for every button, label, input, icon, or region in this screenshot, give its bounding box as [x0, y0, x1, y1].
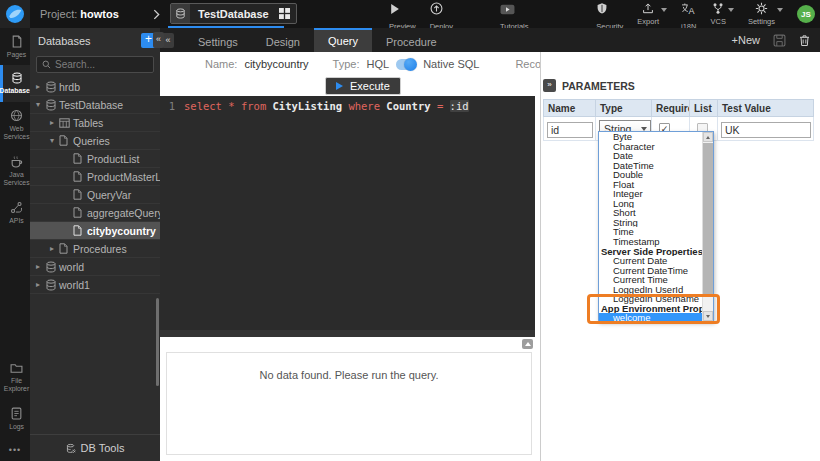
sidebar-item-label: APIs: [9, 217, 23, 225]
search-icon: [42, 60, 51, 69]
chevron-down-icon: [728, 8, 734, 12]
tree-item-queries[interactable]: ▾Queries: [30, 132, 160, 150]
dropdown-option-byte[interactable]: Byte: [599, 132, 702, 142]
dropdown-option-string[interactable]: String: [599, 218, 702, 228]
tab-query[interactable]: Query: [314, 28, 372, 52]
tree-item-productlist[interactable]: ProductList: [30, 150, 160, 168]
save-icon[interactable]: [773, 34, 786, 47]
editor-hscrollbar[interactable]: [160, 330, 535, 337]
export-icon: [642, 2, 654, 15]
database-icon: [45, 99, 58, 111]
dropdown-option-datetime[interactable]: DateTime: [599, 161, 702, 171]
sidebar-item-label: Logs: [9, 423, 24, 431]
dropdown-option-current-datetime[interactable]: Current DateTime: [599, 266, 702, 276]
tree-item-tables[interactable]: ▸Tables: [30, 114, 160, 132]
dropdown-option-date[interactable]: Date: [599, 151, 702, 161]
tree-item-procedures[interactable]: ▸Procedures: [30, 240, 160, 258]
sql-token: :id: [450, 100, 469, 112]
sidebar-item-databases[interactable]: Databases: [0, 65, 30, 101]
dropdown-option-current-time[interactable]: Current Time: [599, 275, 702, 285]
sidebar-item-pages[interactable]: Pages: [0, 28, 30, 65]
dropdown-option-double[interactable]: Double: [599, 170, 702, 180]
search-input[interactable]: [55, 59, 148, 70]
chevron-collapsed-icon[interactable]: ▸: [36, 82, 45, 91]
tree-item-world1[interactable]: ▸world1: [30, 276, 160, 294]
tree-item-world[interactable]: ▸world: [30, 258, 160, 276]
coffee-icon: [10, 155, 23, 168]
dropdown-option-current-date[interactable]: Current Date: [599, 256, 702, 266]
db-tools-icon: [66, 443, 76, 454]
dropdown-option-loggedin-userid[interactable]: LoggedIn UserId: [599, 285, 702, 295]
test-value-input[interactable]: [721, 122, 811, 138]
chevron-collapsed-icon[interactable]: ▸: [50, 118, 59, 127]
tabbar: « SettingsDesignQueryProcedure +New: [160, 28, 820, 52]
chevron-collapsed-icon[interactable]: ▸: [36, 280, 45, 289]
sidebar-item-label: File Explorer: [3, 377, 30, 394]
expand-parameters-button[interactable]: »: [543, 79, 556, 92]
scrollbar-thumb[interactable]: [703, 143, 713, 295]
execute-button[interactable]: Execute: [325, 77, 401, 95]
file-icon: [73, 225, 86, 236]
tree-item-productmasterlist[interactable]: ProductMasterList: [30, 168, 160, 186]
tree-item-hrdb[interactable]: ▸hrdb: [30, 78, 160, 96]
collapse-panel-button[interactable]: «: [153, 32, 164, 48]
chevron-collapsed-icon[interactable]: ▸: [50, 244, 59, 253]
sidebar-item-apis[interactable]: APIs: [0, 194, 30, 231]
tree-item-testdatabase[interactable]: ▾TestDatabase: [30, 96, 160, 114]
user-avatar[interactable]: JS: [797, 5, 815, 23]
dropdown-scrollbar[interactable]: [702, 132, 713, 321]
db-tools-button[interactable]: DB Tools: [30, 434, 160, 461]
app-logo[interactable]: [0, 0, 30, 28]
database-selector[interactable]: TestDatabase: [170, 3, 297, 24]
column-header-name: Name: [544, 100, 596, 117]
type-option-hql[interactable]: HQL: [367, 58, 390, 70]
tree-item-label: aggregateQuery: [87, 207, 160, 219]
param-name-input[interactable]: [547, 122, 593, 138]
dropdown-option-time[interactable]: Time: [599, 227, 702, 237]
dropdown-option-loggedin-username[interactable]: LoggedIn Username: [599, 294, 702, 304]
globe-icon: [10, 109, 23, 122]
scroll-down-icon[interactable]: [703, 311, 713, 321]
dropdown-option-float[interactable]: Float: [599, 180, 702, 190]
trash-icon[interactable]: [799, 34, 810, 47]
parameters-panel: » PARAMETERS NameTypeRequiredListTest Va…: [540, 52, 820, 461]
chevron-collapsed-icon[interactable]: ▸: [36, 262, 45, 271]
tree-item-aggregatequery[interactable]: aggregateQuery: [30, 204, 160, 222]
dropdown-option-timestamp[interactable]: Timestamp: [599, 237, 702, 247]
sql-editor[interactable]: 1 select * from CityListing where Countr…: [160, 96, 535, 337]
tree-item-queryvar[interactable]: QueryVar: [30, 186, 160, 204]
dropdown-option-short[interactable]: Short: [599, 208, 702, 218]
breadcrumb-chevron-icon: [153, 9, 160, 20]
type-dropdown-list: ByteCharacterDateDateTimeDoubleFloatInte…: [598, 131, 714, 322]
dropdown-option-integer[interactable]: Integer: [599, 189, 702, 199]
tab-design[interactable]: Design: [252, 28, 314, 52]
tab-settings[interactable]: Settings: [184, 28, 252, 52]
tree-item-label: hrdb: [59, 81, 80, 93]
chevron-expanded-icon[interactable]: ▾: [50, 136, 59, 145]
type-toggle-knob: [404, 58, 417, 71]
grid-view-icon[interactable]: [279, 8, 290, 19]
type-dropdown-options: ByteCharacterDateDateTimeDoubleFloatInte…: [599, 132, 702, 321]
scroll-up-icon[interactable]: [703, 132, 713, 142]
type-toggle[interactable]: [396, 59, 416, 70]
sidebar-item-label: Web Services: [3, 125, 30, 142]
sidebar-item-logs[interactable]: Logs: [0, 400, 30, 437]
dropdown-option-character[interactable]: Character: [599, 142, 702, 152]
database-icon: [11, 72, 23, 84]
collapse-results-button[interactable]: [522, 339, 533, 349]
more-options-button[interactable]: •••: [0, 437, 30, 461]
new-query-button[interactable]: +New: [732, 34, 760, 46]
dropdown-option-long[interactable]: Long: [599, 199, 702, 209]
tab-procedure[interactable]: Procedure: [372, 28, 451, 52]
tree-item-label: world1: [59, 279, 90, 291]
type-option-nativesql[interactable]: Native SQL: [423, 58, 479, 70]
tree-scrollbar[interactable]: [156, 298, 159, 386]
tree-item-citybycountry[interactable]: citybycountry: [30, 222, 160, 240]
sidebar-item-web-services[interactable]: Web Services: [0, 102, 30, 148]
dropdown-option-welcome[interactable]: welcome: [599, 313, 702, 323]
chevron-expanded-icon[interactable]: ▾: [36, 100, 45, 109]
sql-token: Country: [386, 100, 437, 112]
sidebar-item-file-explorer[interactable]: File Explorer: [0, 356, 30, 400]
dropdown-group-server-side-properties: Server Side Properties: [599, 247, 702, 257]
sidebar-item-java-services[interactable]: Java Services: [0, 148, 30, 194]
